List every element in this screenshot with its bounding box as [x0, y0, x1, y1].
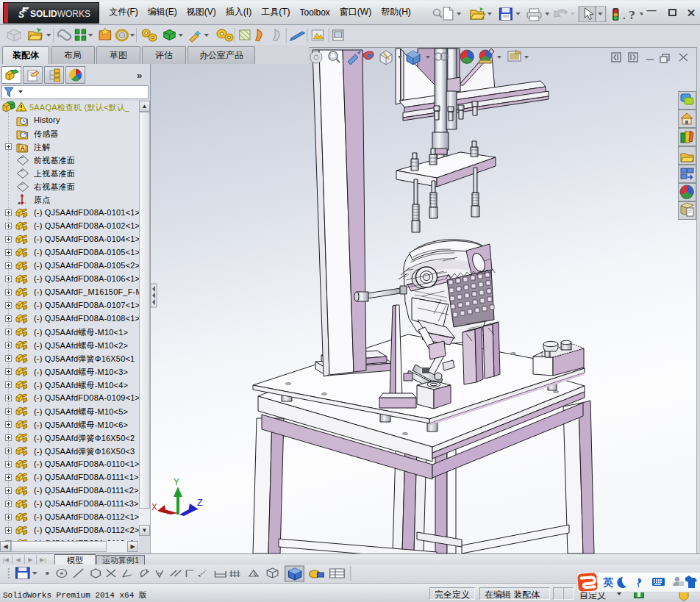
- svg-text:SOLIDWORKS: SOLIDWORKS: [30, 9, 90, 19]
- svg-text:Y: Y: [174, 477, 179, 488]
- svg-text:X: X: [151, 502, 157, 513]
- svg-text:Z: Z: [197, 498, 203, 509]
- svg-text:S: S: [18, 10, 24, 20]
- svg-text:A: A: [21, 145, 26, 152]
- svg-text:英: 英: [602, 576, 614, 588]
- svg-text:?: ?: [629, 8, 635, 22]
